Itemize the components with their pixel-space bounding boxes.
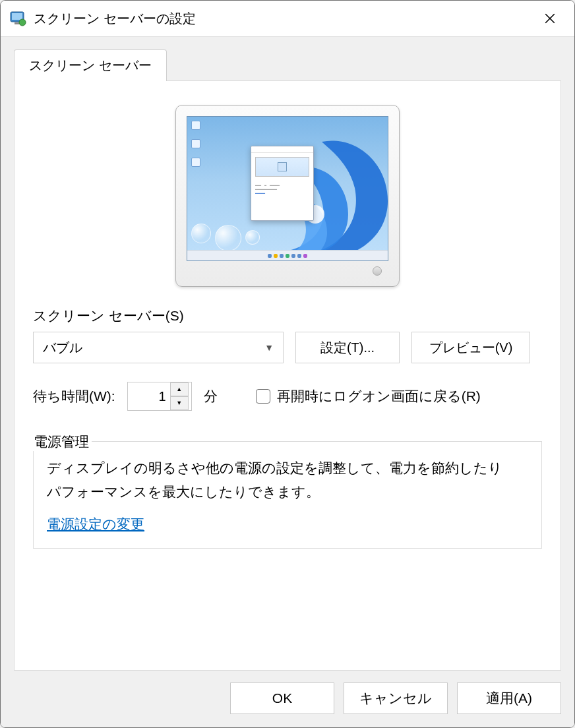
spin-up-button[interactable]: ▲ (170, 382, 189, 396)
window-title: スクリーン セーバーの設定 (34, 10, 531, 28)
spin-down-button[interactable]: ▼ (170, 396, 189, 410)
wait-label: 待ち時間(W): (33, 387, 115, 406)
monitor-preview: ━━━ ━ ━━━━━━━━━━━━━━━━━━━━━ (175, 105, 400, 287)
wait-unit: 分 (204, 387, 218, 406)
preview-area: ━━━ ━ ━━━━━━━━━━━━━━━━━━━━━ (33, 98, 542, 307)
screensaver-settings-window: スクリーン セーバーの設定 スクリーン セーバー (0, 0, 575, 728)
nested-dialog-preview: ━━━ ━ ━━━━━━━━━━━━━━━━━━━━━ (251, 146, 314, 221)
resume-logon-label: 再開時にログオン画面に戻る(R) (277, 387, 481, 406)
svg-point-3 (19, 19, 26, 26)
power-description: ディスプレイの明るさや他の電源の設定を調整して、電力を節約したり パフォーマンス… (47, 456, 528, 503)
svg-rect-1 (12, 13, 22, 20)
wait-input[interactable] (128, 382, 170, 410)
power-management-group: 電源管理 ディスプレイの明るさや他の電源の設定を調整して、電力を節約したり パフ… (33, 441, 542, 549)
screensaver-section-label: スクリーン セーバー(S) (33, 307, 542, 325)
resume-logon-checkbox[interactable] (256, 389, 270, 404)
ok-button[interactable]: OK (230, 682, 334, 714)
preview-button[interactable]: プレビュー(V) (411, 332, 530, 363)
power-settings-link[interactable]: 電源設定の変更 (47, 516, 144, 531)
client-area: スクリーン セーバー (1, 36, 574, 727)
close-button[interactable] (531, 5, 569, 32)
settings-button[interactable]: 設定(T)... (295, 332, 400, 363)
wait-spinner[interactable]: ▲ ▼ (127, 382, 192, 411)
apply-button[interactable]: 適用(A) (457, 682, 561, 714)
tabstrip: スクリーン セーバー (1, 37, 574, 80)
app-icon (10, 10, 27, 27)
chevron-down-icon: ▼ (264, 342, 274, 353)
screensaver-select[interactable]: バブル ▼ (33, 332, 284, 363)
tab-panel: ━━━ ━ ━━━━━━━━━━━━━━━━━━━━━ スクリーン セーバー(S… (14, 80, 561, 671)
titlebar: スクリーン セーバーの設定 (1, 1, 574, 36)
tab-screensaver[interactable]: スクリーン セーバー (14, 49, 167, 81)
screensaver-select-value: バブル (43, 339, 82, 357)
close-icon (544, 13, 556, 24)
cancel-button[interactable]: キャンセル (344, 682, 448, 714)
monitor-power-icon (373, 266, 382, 276)
power-legend: 電源管理 (32, 433, 92, 451)
dialog-button-row: OK キャンセル 適用(A) (1, 671, 574, 727)
